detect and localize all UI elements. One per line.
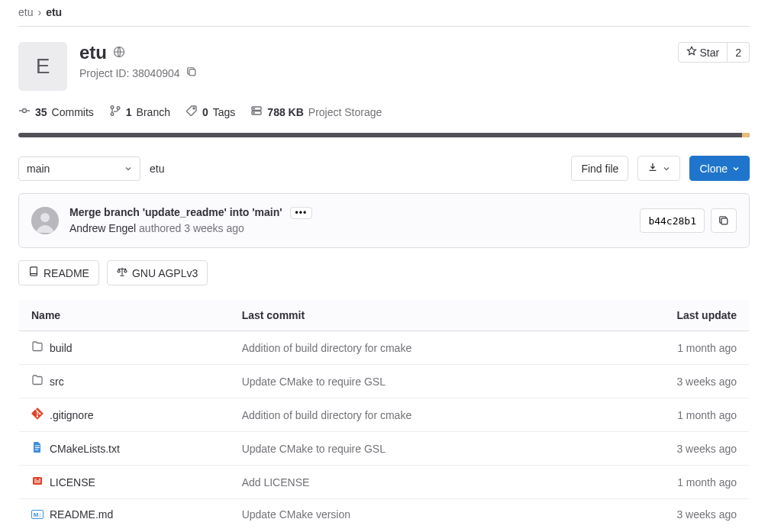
file-update-time: 3 weeks ago <box>592 365 750 398</box>
svg-point-12 <box>40 213 50 222</box>
file-update-time: 3 weeks ago <box>592 432 750 466</box>
git-icon <box>31 408 44 422</box>
file-update-time: 1 month ago <box>592 398 750 432</box>
table-row: M↓README.mdUpdate CMake version3 weeks a… <box>19 499 750 530</box>
svg-point-15 <box>39 479 40 480</box>
clone-button[interactable]: Clone <box>689 156 750 181</box>
breadcrumb-parent[interactable]: etu <box>18 6 33 18</box>
col-name: Name <box>19 300 230 331</box>
file-name: LICENSE <box>50 476 95 488</box>
download-icon <box>647 162 658 175</box>
tree-breadcrumb[interactable]: etu <box>150 163 164 175</box>
svg-point-2 <box>23 109 27 113</box>
file-name: .gitignore <box>50 409 94 421</box>
table-row: buildAddition of build directory for cma… <box>19 331 750 365</box>
file-commit-msg[interactable]: Addition of build directory for cmake <box>230 331 592 365</box>
col-last-update: Last update <box>592 300 750 331</box>
branch-icon <box>109 105 121 119</box>
stat-tags[interactable]: 0 Tags <box>186 105 235 119</box>
commit-title[interactable]: Merge branch 'update_readme' into 'main' <box>69 206 282 218</box>
commit-author-avatar[interactable] <box>31 207 59 234</box>
file-update-time: 1 month ago <box>592 466 750 499</box>
file-name: README.md <box>50 508 113 521</box>
book-icon <box>28 266 39 279</box>
globe-icon <box>113 46 125 60</box>
stat-branches[interactable]: 1 Branch <box>109 105 170 119</box>
breadcrumb: etu › etu <box>18 6 750 18</box>
file-link[interactable]: src <box>31 374 218 389</box>
star-button[interactable]: Star <box>678 42 728 63</box>
file-name: build <box>50 342 73 354</box>
license-icon <box>31 475 44 489</box>
file-commit-msg[interactable]: Update CMake version <box>230 499 592 530</box>
file-link[interactable]: build <box>31 340 218 355</box>
copy-id-icon[interactable] <box>186 66 197 79</box>
commit-time: 3 weeks ago <box>184 222 244 234</box>
file-name: src <box>50 376 64 388</box>
storage-icon <box>250 105 263 119</box>
svg-point-6 <box>193 108 195 109</box>
commit-expand-button[interactable]: ••• <box>290 207 313 219</box>
file-name: CMakeLists.txt <box>50 443 120 455</box>
file-update-time: 3 weeks ago <box>592 499 750 530</box>
chevron-down-icon <box>124 163 132 175</box>
file-commit-msg[interactable]: Add LICENSE <box>230 466 592 499</box>
svg-point-9 <box>253 108 254 109</box>
commits-icon <box>18 105 31 119</box>
file-link[interactable]: LICENSE <box>31 475 218 489</box>
chevron-right-icon: › <box>37 6 41 18</box>
svg-point-5 <box>117 107 120 110</box>
balance-icon <box>117 266 127 279</box>
project-id: Project ID: 38040904 <box>79 67 180 79</box>
file-link[interactable]: CMakeLists.txt <box>31 441 218 456</box>
star-label: Star <box>700 47 720 59</box>
table-row: CMakeLists.txtUpdate CMake to require GS… <box>19 432 750 466</box>
project-title: etu <box>79 42 107 63</box>
star-count[interactable]: 2 <box>728 42 750 63</box>
stat-commits[interactable]: 35 Commits <box>18 105 94 119</box>
download-button[interactable] <box>637 156 680 181</box>
file-link[interactable]: M↓README.md <box>31 508 218 521</box>
chevron-down-icon <box>663 163 670 175</box>
commit-sha-button[interactable]: b44c28b1 <box>640 208 705 233</box>
copy-sha-button[interactable] <box>711 208 737 233</box>
col-last-commit: Last commit <box>230 300 592 331</box>
svg-rect-1 <box>189 69 195 76</box>
file-link[interactable]: .gitignore <box>31 408 218 422</box>
file-update-time: 1 month ago <box>592 331 750 365</box>
file-commit-msg[interactable]: Addition of build directory for cmake <box>230 398 592 432</box>
svg-rect-13 <box>721 218 728 224</box>
file-commit-msg[interactable]: Update CMake to require GSL <box>230 365 592 398</box>
svg-point-3 <box>111 106 114 109</box>
table-row: .gitignoreAddition of build directory fo… <box>19 398 750 432</box>
chevron-down-icon <box>732 163 740 175</box>
folder-icon <box>31 374 44 389</box>
stat-storage[interactable]: 788 KB Project Storage <box>250 105 382 119</box>
breadcrumb-current: etu <box>46 6 62 18</box>
svg-point-4 <box>111 113 114 116</box>
star-icon <box>686 46 697 59</box>
svg-point-10 <box>253 112 254 113</box>
quicklink-readme[interactable]: README <box>18 260 99 285</box>
branch-select[interactable]: main <box>18 156 140 181</box>
folder-icon <box>31 340 44 355</box>
file-tree-table: Name Last commit Last update buildAdditi… <box>18 299 750 530</box>
find-file-button[interactable]: Find file <box>571 156 628 181</box>
quicklink-license[interactable]: GNU AGPLv3 <box>107 260 208 285</box>
markdown-icon: M↓ <box>31 510 44 519</box>
document-icon <box>31 441 44 456</box>
project-avatar: E <box>18 42 67 91</box>
table-row: srcUpdate CMake to require GSL3 weeks ag… <box>19 365 750 398</box>
usage-bar <box>18 133 750 137</box>
commit-author[interactable]: Andrew Engel <box>69 222 136 234</box>
tag-icon <box>186 105 198 119</box>
file-commit-msg[interactable]: Update CMake to require GSL <box>230 432 592 466</box>
table-row: LICENSEAdd LICENSE1 month ago <box>19 466 750 499</box>
